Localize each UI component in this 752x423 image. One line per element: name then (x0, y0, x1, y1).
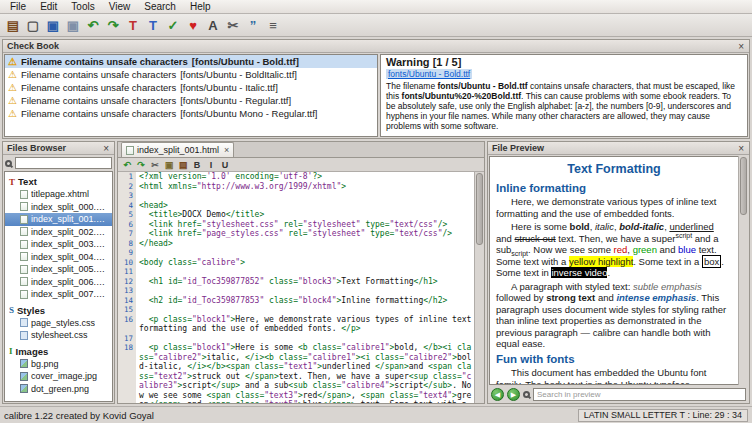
editor-toolbar: ↶ ↷ ✂ ▣ ▤ B I U (118, 158, 484, 172)
code-line[interactable]: 10<body class="calibre"> (118, 258, 474, 268)
code-line[interactable]: 13 (118, 286, 474, 296)
section-styles: S Styles page_styles.css stylesheet.css (5, 304, 112, 342)
file-item[interactable]: index_split_005.html (5, 263, 112, 276)
preview-heading-fun-with-fonts: Fun with fonts (496, 354, 732, 366)
check-book-body: ⚠ Filename contains unsafe characters [f… (3, 53, 749, 138)
file-item[interactable]: index_split_004.html (5, 251, 112, 264)
file-item[interactable]: index_split_001.html (5, 213, 112, 226)
undo-icon[interactable]: ↶ (84, 16, 102, 34)
check-result-row[interactable]: ⚠ Filename contains unsafe characters [f… (5, 55, 377, 68)
code-line[interactable]: 5 <title>DOCX Demo</title> (118, 210, 474, 220)
menu-item[interactable]: Edit (33, 1, 64, 12)
menu-item[interactable]: Help (183, 1, 218, 12)
close-icon[interactable]: × (737, 42, 745, 51)
check-book-panel: Check Book × ⚠ Filename contains unsafe … (2, 39, 750, 139)
files-browser-header: Files Browser × (3, 142, 114, 155)
open-book-icon[interactable]: ▤ (4, 16, 22, 34)
undo-icon[interactable]: ↶ (121, 159, 133, 171)
file-item[interactable]: dot_green.png (5, 383, 112, 396)
save-copy-icon[interactable]: ▣ (64, 16, 82, 34)
scrollbar-thumb[interactable] (476, 173, 483, 245)
tab-index-split-001[interactable]: index_split_001.html × (121, 142, 234, 157)
code-editor[interactable]: 1<?xml version='1.0' encoding='utf-8'?>2… (118, 172, 474, 403)
file-item[interactable]: index_split_003.html (5, 238, 112, 251)
editor-panel: index_split_001.html × ↶ ↷ ✂ ▣ ▤ B I U 1… (117, 141, 485, 404)
smarten-punctuation-icon[interactable]: ” (244, 16, 262, 34)
code-line[interactable]: 9 (118, 248, 474, 258)
code-line[interactable]: 18 <p class="block1">Here is some <b cla… (118, 343, 474, 403)
increase-font-size-icon[interactable]: T (124, 16, 142, 34)
files-browser-panel: Files Browser × T Text titlepage.xhtml i… (2, 141, 115, 404)
code-line[interactable]: 6 <link href="stylesheet.css" rel="style… (118, 220, 474, 230)
file-item[interactable]: index_split_006.html (5, 276, 112, 289)
warning-file-link[interactable]: fonts/Ubuntu - Bold.ttf (386, 69, 472, 79)
code-line[interactable]: 15 (118, 305, 474, 315)
copy-icon[interactable]: ▣ (163, 159, 175, 171)
check-result-row[interactable]: ⚠ Filename contains unsafe characters [f… (5, 68, 377, 81)
decrease-font-size-icon[interactable]: T (144, 16, 162, 34)
code-line[interactable]: 17 (118, 334, 474, 344)
code-line[interactable]: 16 <p class="block1">Here, we demonstrat… (118, 315, 474, 334)
section-text-header[interactable]: T Text (5, 175, 112, 188)
preview-scrollbar[interactable] (738, 156, 748, 385)
close-icon[interactable]: × (102, 144, 110, 153)
forward-button[interactable]: ▶ (507, 388, 520, 401)
cut-icon[interactable]: ✂ (149, 159, 161, 171)
italic-icon[interactable]: I (205, 159, 217, 171)
bold-icon[interactable]: B (191, 159, 203, 171)
code-line[interactable]: 2<html xmlns="http://www.w3.org/1999/xht… (118, 182, 474, 192)
file-icon (20, 372, 28, 381)
code-line[interactable]: 1<?xml version='1.0' encoding='utf-8'?> (118, 172, 474, 182)
menu-item[interactable]: Search (137, 1, 183, 12)
menu-item[interactable]: Tools (64, 1, 101, 12)
menu-item[interactable]: File (3, 1, 33, 12)
back-button[interactable]: ◀ (491, 388, 504, 401)
check-result-row[interactable]: ⚠ Filename contains unsafe characters [f… (5, 81, 377, 94)
close-icon[interactable]: × (737, 144, 745, 153)
scrollbar-thumb[interactable] (740, 157, 747, 215)
close-icon[interactable]: × (222, 145, 229, 155)
spellcheck-icon[interactable]: ✓ (164, 16, 182, 34)
code-line[interactable]: 8</head> (118, 239, 474, 249)
section-images-header[interactable]: I Images (5, 345, 112, 358)
paste-icon[interactable]: ▤ (177, 159, 189, 171)
cut-icon[interactable]: ✂ (224, 16, 242, 34)
redo-icon[interactable]: ↷ (104, 16, 122, 34)
donate-icon[interactable]: ♥ (184, 16, 202, 34)
file-item[interactable]: page_styles.css (5, 317, 112, 330)
main-toolbar: ▤ ▢ ▣ ▣ ↶ ↷ T T ✓ ♥ A ✂ ” ≡ (0, 14, 752, 37)
file-name: index_split_000.html (31, 202, 110, 212)
file-icon (20, 227, 28, 236)
file-item[interactable]: index_split_000.html (5, 201, 112, 214)
code-line[interactable]: 3 (118, 191, 474, 201)
redo-icon[interactable]: ↷ (135, 159, 147, 171)
check-result-row[interactable]: ⚠ Filename contains unsafe characters [f… (5, 107, 377, 120)
menu-item[interactable]: View (102, 1, 138, 12)
file-tree: T Text titlepage.xhtml index_split_000.h… (4, 171, 113, 402)
files-search-input[interactable] (15, 157, 112, 169)
code-line[interactable]: 12 <h1 id="id_Toc359877852" class="block… (118, 277, 474, 287)
file-icon (20, 252, 28, 261)
file-item[interactable]: cover_image.jpg (5, 370, 112, 383)
check-message: Filename contains unsafe characters (21, 69, 176, 80)
editor-scrollbar[interactable] (474, 172, 484, 403)
code-line[interactable]: 14 <h2 id="id_Toc359877853" class="block… (118, 296, 474, 306)
file-item[interactable]: titlepage.xhtml (5, 188, 112, 201)
file-item[interactable]: index_split_007.html (5, 288, 112, 301)
preview-search-input[interactable] (533, 388, 746, 401)
new-file-icon[interactable]: ▢ (24, 16, 42, 34)
save-icon[interactable]: ▣ (44, 16, 62, 34)
check-result-row[interactable]: ⚠ Filename contains unsafe characters [f… (5, 94, 377, 107)
file-item[interactable]: index_split_002.html (5, 226, 112, 239)
underline-icon[interactable]: U (219, 159, 231, 171)
code-line[interactable]: 7 <link href="page_styles.css" rel="styl… (118, 229, 474, 239)
file-item[interactable]: bg.png (5, 358, 112, 371)
code-line[interactable]: 4<head> (118, 201, 474, 211)
autofix-icon[interactable]: A (204, 16, 222, 34)
code-line[interactable]: 11 (118, 267, 474, 277)
file-icon (20, 290, 28, 299)
file-item[interactable]: stylesheet.css (5, 329, 112, 342)
preview-bottom-bar: ◀ ▶ (488, 386, 749, 403)
section-styles-header[interactable]: S Styles (5, 304, 112, 317)
toc-icon[interactable]: ≡ (264, 16, 282, 34)
